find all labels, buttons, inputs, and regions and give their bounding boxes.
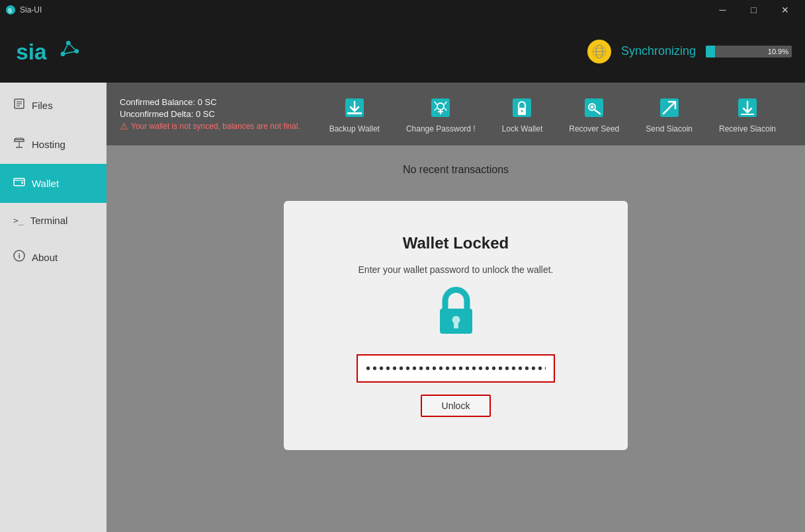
svg-line-6 — [68, 43, 77, 52]
sidebar-files-label: Files — [32, 100, 53, 111]
header: sia Synchronizing — [0, 20, 805, 83]
receive-siacoin-label: Receive Siacoin — [719, 124, 776, 133]
svg-point-33 — [591, 106, 594, 109]
titlebar: S Sia-UI ─ □ ✕ — [0, 0, 805, 20]
recover-seed-icon — [581, 95, 607, 121]
locked-title: Wallet Locked — [403, 234, 509, 252]
svg-point-30 — [521, 110, 523, 112]
send-siacoin-label: Send Siacoin — [646, 124, 693, 133]
wallet-icon — [13, 176, 25, 191]
lock-wallet-icon — [509, 95, 535, 121]
globe-svg — [592, 44, 607, 59]
recover-seed-button[interactable]: Recover Seed — [559, 89, 629, 139]
sidebar-item-files[interactable]: Files — [0, 86, 106, 125]
svg-point-21 — [21, 182, 23, 184]
sidebar-terminal-label: Terminal — [30, 215, 68, 226]
svg-point-38 — [452, 316, 460, 324]
sidebar-hosting-label: Hosting — [32, 139, 65, 150]
warning-icon: ⚠ — [120, 121, 128, 132]
svg-rect-25 — [347, 112, 362, 114]
recover-seed-label: Recover Seed — [569, 124, 619, 133]
maximize-button[interactable]: □ — [739, 0, 769, 20]
password-input[interactable] — [357, 354, 555, 383]
change-password-icon — [427, 95, 454, 121]
wallet-info: Confirmed Balance: 0 SC Unconfirmed Delt… — [120, 89, 300, 139]
app-icon: S — [5, 5, 16, 15]
send-siacoin-button[interactable]: Send Siacoin — [636, 89, 702, 139]
sidebar-item-terminal[interactable]: >_ Terminal — [0, 203, 106, 238]
no-transactions-label: No recent transactions — [120, 159, 792, 181]
sync-bar-fill — [706, 46, 715, 57]
receive-siacoin-icon — [734, 95, 761, 121]
svg-line-8 — [63, 43, 68, 54]
content-area: Confirmed Balance: 0 SC Unconfirmed Delt… — [106, 83, 805, 532]
sync-progress-bar: 10.9% — [706, 46, 792, 57]
app: sia Synchronizing — [0, 20, 805, 532]
lock-wallet-label: Lock Wallet — [502, 124, 543, 133]
logo-area: sia — [13, 33, 79, 69]
confirmed-balance: Confirmed Balance: 0 SC — [120, 97, 300, 107]
svg-rect-39 — [454, 323, 458, 328]
send-siacoin-icon — [656, 95, 683, 121]
hosting-icon — [13, 137, 25, 152]
about-icon: i — [13, 250, 25, 265]
unlock-button[interactable]: Unlock — [421, 395, 491, 417]
header-right: Synchronizing 10.9% — [587, 40, 792, 63]
warning-text: Your wallet is not synced, balances are … — [131, 122, 300, 131]
sia-logo: sia — [13, 33, 79, 69]
svg-text:i: i — [19, 252, 21, 260]
backup-wallet-label: Backup Wallet — [329, 124, 380, 133]
sync-globe-icon — [587, 40, 611, 63]
sidebar-about-label: About — [32, 252, 58, 263]
wallet-main: No recent transactions Wallet Locked Ent… — [106, 145, 805, 532]
close-button[interactable]: ✕ — [770, 0, 800, 20]
wallet-actions: Backup Wallet — [314, 89, 792, 139]
body: Files Hosting Wallet >_ Terminal — [0, 83, 805, 532]
files-icon — [13, 98, 25, 113]
titlebar-controls: ─ □ ✕ — [708, 0, 800, 20]
sync-label: Synchronizing — [621, 44, 696, 58]
svg-text:S: S — [8, 7, 12, 14]
sidebar-item-about[interactable]: i About — [0, 238, 106, 277]
svg-text:sia: sia — [16, 40, 47, 64]
wallet-toolbar: Confirmed Balance: 0 SC Unconfirmed Delt… — [106, 83, 805, 145]
backup-wallet-icon — [341, 95, 368, 121]
wallet-locked-modal: Wallet Locked Enter your wallet password… — [284, 201, 628, 450]
sync-percent: 10.9% — [768, 46, 788, 57]
sidebar-item-wallet[interactable]: Wallet — [0, 164, 106, 203]
minimize-button[interactable]: ─ — [708, 0, 738, 20]
sidebar: Files Hosting Wallet >_ Terminal — [0, 83, 106, 532]
receive-siacoin-button[interactable]: Receive Siacoin — [709, 89, 786, 139]
change-password-button[interactable]: Change Password ! — [396, 89, 486, 139]
backup-wallet-button[interactable]: Backup Wallet — [319, 89, 390, 139]
lock-wallet-button[interactable]: Lock Wallet — [492, 89, 553, 139]
wallet-warning: ⚠ Your wallet is not synced, balances ar… — [120, 121, 300, 132]
change-password-label: Change Password ! — [406, 124, 476, 133]
lock-icon — [435, 287, 478, 342]
svg-line-7 — [63, 52, 77, 54]
locked-subtitle: Enter your wallet password to unlock the… — [359, 264, 554, 275]
terminal-icon: >_ — [13, 215, 24, 225]
titlebar-title: Sia-UI — [20, 5, 708, 15]
sidebar-wallet-label: Wallet — [32, 178, 59, 189]
unconfirmed-delta: Unconfirmed Delta: 0 SC — [120, 109, 300, 119]
sidebar-item-hosting[interactable]: Hosting — [0, 125, 106, 164]
